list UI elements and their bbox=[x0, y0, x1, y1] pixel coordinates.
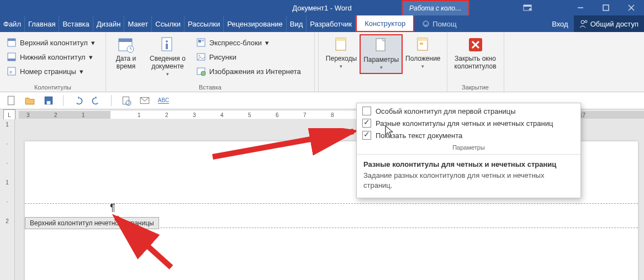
group-options: Переходы ▾ Параметры ▾ Положение ▾ bbox=[319, 32, 444, 92]
option-different-first-page[interactable]: Особый колонтитул для первой страницы bbox=[362, 107, 575, 115]
tab-view[interactable]: Вид bbox=[287, 15, 307, 32]
close-window-button[interactable] bbox=[619, 0, 644, 15]
svg-rect-3 bbox=[603, 5, 609, 10]
svg-rect-41 bbox=[8, 96, 14, 105]
contextual-tab-title: Работа с коло… bbox=[402, 0, 469, 15]
tooltip-title: Разные колонтитулы для четных и нечетных… bbox=[363, 160, 574, 168]
page-icon bbox=[372, 37, 390, 55]
svg-point-9 bbox=[581, 20, 584, 24]
parameters-button[interactable]: Параметры ▾ bbox=[361, 35, 402, 73]
svg-rect-34 bbox=[376, 39, 385, 51]
parameters-flyout: Особый колонтитул для первой страницы Ра… bbox=[356, 103, 581, 198]
paragraph-mark: ¶ bbox=[110, 202, 115, 214]
svg-rect-26 bbox=[198, 40, 201, 43]
footer-icon bbox=[7, 52, 17, 62]
svg-point-31 bbox=[201, 71, 205, 76]
tab-review[interactable]: Рецензирование bbox=[224, 15, 286, 32]
svg-point-10 bbox=[585, 20, 587, 23]
svg-rect-14 bbox=[8, 59, 15, 61]
group-label: Закрытие bbox=[452, 84, 499, 91]
tab-insert[interactable]: Вставка bbox=[59, 15, 93, 32]
tell-me-button[interactable]: Помощ bbox=[421, 15, 456, 32]
svg-rect-33 bbox=[336, 38, 346, 41]
quick-parts-dropdown[interactable]: Экспресс-блоки ▾ bbox=[194, 36, 310, 49]
window-controls bbox=[568, 0, 644, 15]
svg-rect-12 bbox=[8, 39, 15, 41]
position-button[interactable]: Положение ▾ bbox=[403, 34, 443, 74]
group-insert: Дата и время Сведения о документе ▾ Эксп… bbox=[106, 32, 315, 92]
redo-button[interactable] bbox=[91, 95, 102, 106]
header-icon bbox=[7, 38, 17, 47]
svg-point-29 bbox=[198, 55, 200, 57]
ribbon: Верхний колонтитул ▾ Нижний колонтитул ▾… bbox=[0, 32, 644, 92]
tab-developer[interactable]: Разработчик bbox=[307, 15, 356, 32]
transitions-button[interactable]: Переходы ▾ bbox=[323, 34, 360, 74]
checkbox-unchecked-icon bbox=[362, 107, 371, 115]
online-pictures-button[interactable]: Изображения из Интернета bbox=[194, 65, 310, 77]
sign-in-button[interactable]: Вход bbox=[546, 15, 573, 32]
svg-point-8 bbox=[427, 23, 427, 23]
tab-references[interactable]: Ссылки bbox=[152, 15, 184, 32]
share-button[interactable]: Общий доступ bbox=[574, 15, 644, 32]
minimize-button[interactable] bbox=[568, 0, 593, 15]
tab-design[interactable]: Дизайн bbox=[93, 15, 125, 32]
svg-rect-27 bbox=[202, 40, 204, 41]
tooltip-body: Задание разных колонтитулов для четных и… bbox=[363, 171, 574, 190]
header-section-label: Верхний колонтитул нечетной страницы bbox=[25, 217, 159, 229]
svg-rect-37 bbox=[420, 43, 423, 45]
checkbox-checked-icon bbox=[362, 119, 371, 128]
option-different-odd-even[interactable]: Разные колонтитулы для четных и нечетных… bbox=[362, 119, 575, 128]
tab-layout[interactable]: Макет bbox=[124, 15, 152, 32]
email-button[interactable] bbox=[139, 95, 150, 106]
title-bar: Документ1 - Word Работа с коло… bbox=[0, 0, 644, 15]
svg-point-23 bbox=[166, 40, 168, 43]
tab-selector[interactable]: L bbox=[3, 109, 15, 120]
save-button[interactable] bbox=[43, 95, 54, 106]
page-number-icon: # bbox=[7, 66, 17, 76]
calendar-icon bbox=[117, 36, 135, 54]
group-close: Закрыть окно колонтитулов Закрытие bbox=[447, 32, 504, 92]
quick-parts-icon bbox=[196, 38, 206, 47]
svg-rect-43 bbox=[47, 101, 51, 104]
tab-file[interactable]: Файл bbox=[0, 15, 25, 32]
svg-rect-1 bbox=[524, 5, 531, 7]
flyout-section-title: Параметры bbox=[357, 142, 580, 154]
footer-dropdown[interactable]: Нижний колонтитул ▾ bbox=[4, 51, 101, 63]
group-label: Вставка bbox=[110, 84, 310, 91]
svg-point-7 bbox=[424, 23, 425, 23]
picture-icon bbox=[196, 52, 206, 62]
close-header-footer-button[interactable]: Закрыть окно колонтитулов bbox=[452, 34, 499, 72]
document-info-button[interactable]: Сведения о документе ▾ bbox=[147, 34, 188, 80]
tooltip: Разные колонтитулы для четных и нечетных… bbox=[357, 154, 580, 198]
nav-icon bbox=[332, 36, 350, 54]
tab-mailings[interactable]: Рассылки bbox=[184, 15, 224, 32]
tab-home[interactable]: Главная bbox=[25, 15, 59, 32]
group-header-footer: Верхний колонтитул ▾ Нижний колонтитул ▾… bbox=[0, 32, 106, 92]
close-icon bbox=[467, 36, 484, 54]
option-show-document-text[interactable]: Показать текст документа bbox=[362, 131, 575, 140]
doc-info-icon bbox=[159, 36, 176, 54]
checkbox-checked-icon bbox=[362, 131, 371, 140]
svg-rect-18 bbox=[119, 39, 132, 42]
tab-constructor[interactable]: Конструктор bbox=[356, 15, 414, 32]
header-boundary-top bbox=[25, 203, 638, 204]
new-document-button[interactable] bbox=[6, 95, 17, 106]
date-time-button[interactable]: Дата и время bbox=[110, 34, 141, 80]
ribbon-display-options-button[interactable] bbox=[515, 0, 540, 15]
header-dropdown[interactable]: Верхний колонтитул ▾ bbox=[4, 36, 101, 49]
svg-rect-36 bbox=[418, 38, 427, 41]
pictures-button[interactable]: Рисунки bbox=[194, 51, 310, 63]
maximize-button[interactable] bbox=[593, 0, 619, 15]
online-picture-icon bbox=[196, 66, 206, 76]
svg-rect-24 bbox=[166, 44, 168, 49]
open-button[interactable] bbox=[24, 95, 35, 106]
undo-button[interactable] bbox=[72, 95, 83, 106]
ribbon-tab-strip: Файл Главная Вставка Дизайн Макет Ссылки… bbox=[0, 15, 644, 32]
page-number-dropdown[interactable]: # Номер страницы ▾ bbox=[4, 65, 101, 77]
print-preview-button[interactable] bbox=[120, 95, 131, 106]
vertical-ruler[interactable]: 1 · · 1 · 2 bbox=[0, 119, 15, 280]
spellcheck-button[interactable]: ABC bbox=[158, 95, 169, 106]
group-label: Колонтитулы bbox=[4, 84, 101, 91]
position-icon bbox=[414, 36, 432, 54]
svg-text:#: # bbox=[9, 70, 12, 75]
